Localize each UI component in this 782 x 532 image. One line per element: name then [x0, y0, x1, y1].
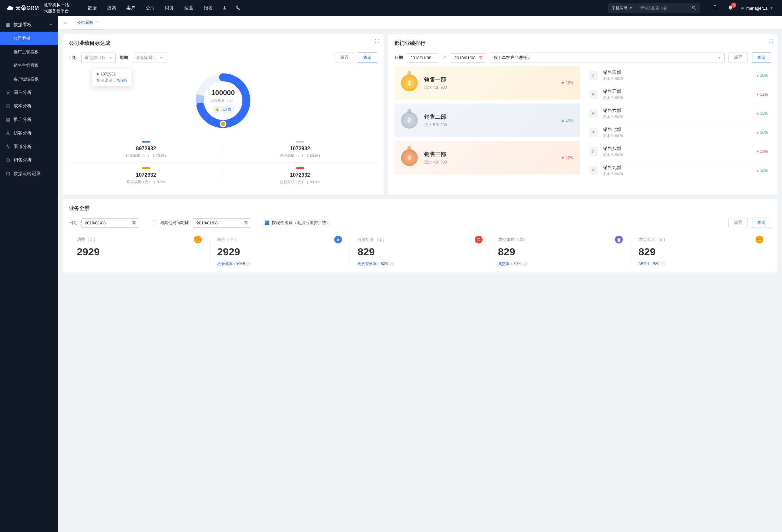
rank-number: 8 [589, 147, 598, 156]
svg-rect-7 [8, 25, 10, 27]
nav-数据[interactable]: 数据 [83, 3, 101, 13]
chart-tooltip: 1072932 所占比例：70.9% [92, 69, 132, 86]
phone-nav-icon[interactable] [232, 3, 244, 13]
rank-row[interactable]: 7销售七部流水 ¥19020▲ 10% [586, 123, 771, 142]
rank-row[interactable]: 9销售九部流水 ¥19020▲ 10% [586, 161, 771, 180]
rank-row[interactable]: 8销售八部流水 ¥19020▼ 12% [586, 142, 771, 161]
svg-point-0 [224, 6, 226, 8]
stat-cell: 1072932应完成量（元） | 8.9% [69, 163, 223, 189]
bell-icon[interactable]: 5 [723, 3, 738, 13]
stat-by-select[interactable]: 按工单客户经理统计▼ [490, 52, 724, 63]
sidebar-item-1[interactable]: 推广主管看板 [0, 45, 58, 59]
search-type-select[interactable]: 手机号码▼ [608, 3, 636, 13]
rank-number: 7 [589, 128, 598, 137]
tab-company-dashboard[interactable]: 公司看板✕ [72, 16, 104, 29]
trend-indicator: ▲ 10% [756, 111, 768, 116]
sidebar-link-5[interactable]: 销售分析 [0, 153, 58, 167]
reset-button[interactable]: 重置 [728, 218, 748, 228]
date-to-input[interactable]: 2018/01/08📅 [451, 53, 486, 63]
menu-icon [6, 144, 10, 149]
nav-报名[interactable]: 报名 [199, 3, 217, 13]
card-department-ranking: 部门业绩排行 ⛶ 日期 2018/01/08 至 2018/01/08📅 按工单… [388, 34, 778, 195]
nav-客户[interactable]: 客户 [122, 3, 140, 13]
sidebar-link-3[interactable]: 访客分析 [0, 127, 58, 140]
rank-number: 4 [589, 71, 598, 80]
info-icon[interactable]: ? [661, 262, 665, 266]
sidebar-item-2[interactable]: 销售主管看板 [0, 59, 58, 72]
collapse-sidebar-button[interactable] [61, 19, 70, 27]
rank-row[interactable]: 4销售四部流水 ¥19020▲ 10% [586, 66, 771, 85]
trend-indicator: ▼ 12% [756, 92, 768, 97]
stat-cell: 8972932已完成量（元） | 70.9% [69, 136, 223, 163]
sidebar-link-0[interactable]: 漏斗分析 [0, 86, 58, 99]
chevron-up-icon: ⌃ [50, 23, 52, 27]
sidebar-items: 公司看板推广主管看板销售主管看板客户经理看板 [0, 32, 58, 86]
info-icon[interactable]: ? [523, 262, 527, 266]
query-button[interactable]: 查询 [752, 218, 771, 228]
medal-icon: 1 [401, 74, 418, 91]
card-goal-achievement: 公司业绩目标达成 ⛶ 目标 请选择目标▼ 周期 请选择周期▼ 重置 查询 [63, 34, 384, 195]
search-button[interactable] [688, 3, 700, 13]
sidebar-link-1[interactable]: 成本分析 [0, 99, 58, 113]
stat-cell: 1072932超额完成（元） | 89.9% [223, 163, 377, 189]
sidebar-item-0[interactable]: 公司看板 [0, 32, 58, 45]
nav-运营[interactable]: 运营 [180, 3, 198, 13]
nav-财务[interactable]: 财务 [161, 3, 179, 13]
main-nav: 数据线索客户公海财务运营报名 [83, 3, 217, 13]
top-header: 云朵CRM 教育机构一站式服务云平台 数据线索客户公海财务运营报名 手机号码▼ … [0, 0, 782, 16]
sidebar-item-3[interactable]: 客户经理看板 [0, 72, 58, 86]
search-container: 手机号码▼ [608, 3, 700, 13]
rank-row[interactable]: 5销售五部流水 ¥19020▼ 12% [586, 85, 771, 104]
logo[interactable]: 云朵CRM 教育机构一站式服务云平台 [6, 2, 69, 14]
metric-icon: 📋 [615, 236, 623, 243]
info-icon[interactable]: ? [390, 262, 394, 266]
user-menu[interactable]: manager11▼ [739, 6, 776, 11]
period-select[interactable]: 请选择周期▼ [132, 52, 166, 63]
rank-number: 6 [589, 109, 598, 118]
cash-stat-checkbox[interactable] [264, 220, 269, 225]
nav-线索[interactable]: 线索 [103, 3, 120, 13]
nav-公海[interactable]: 公海 [141, 3, 159, 13]
rank-number: 9 [589, 166, 598, 175]
mobile-icon[interactable] [708, 3, 722, 13]
reset-button[interactable]: 重置 [334, 52, 354, 63]
sidebar-link-4[interactable]: 渠道分析 [0, 140, 58, 153]
rank-card-top[interactable]: 3销售三部流水 ¥10,900▼ 12% [395, 141, 580, 174]
card-title: 部门业绩排行 [395, 40, 771, 47]
sidebar-group-dashboard[interactable]: 数据看板 ⌃ [0, 18, 58, 32]
expand-icon[interactable]: ⛶ [375, 39, 379, 43]
compare-checkbox[interactable] [153, 220, 157, 225]
cloud-icon [6, 4, 13, 11]
search-input[interactable] [636, 4, 688, 12]
date-label: 日期 [395, 55, 403, 61]
trend-indicator: ▼ 12% [756, 149, 768, 154]
rank-card-top[interactable]: 2销售二部流水 ¥10,900▲ 10% [395, 104, 580, 137]
sidebar-link-6[interactable]: 数据流转记录 [0, 167, 58, 181]
dashboard-icon [6, 23, 10, 27]
svg-point-11 [220, 121, 226, 127]
date-from-input[interactable]: 2018/01/08 [407, 53, 439, 63]
target-select[interactable]: 请选择目标▼ [81, 52, 116, 63]
rank-number: 5 [589, 90, 598, 99]
date-input[interactable]: 2018/01/08📅 [81, 218, 139, 227]
user-nav-icon[interactable] [218, 3, 231, 13]
svg-rect-6 [6, 25, 8, 27]
sidebar-link-2[interactable]: 推广分析 [0, 113, 58, 127]
query-button[interactable]: 查询 [752, 52, 771, 63]
stat-cell: 1072932未完成量（元） | 20.9% [223, 136, 377, 163]
target-label: 目标 [69, 55, 77, 61]
expand-icon[interactable]: ⛶ [769, 39, 773, 43]
menu-icon [6, 90, 10, 95]
notification-badge: 5 [731, 3, 736, 8]
trend-indicator: ▲ 10% [561, 118, 573, 122]
info-icon[interactable]: ? [246, 262, 250, 266]
compare-date-input[interactable]: 2018/01/08📅 [193, 218, 251, 227]
rank-row[interactable]: 6销售六部流水 ¥19020▲ 10% [586, 104, 771, 123]
rank-card-top[interactable]: 1销售一部流水 ¥10,900▼ 12% [395, 66, 580, 100]
close-icon[interactable]: ✕ [96, 20, 99, 25]
reset-button[interactable]: 重置 [728, 52, 748, 63]
trend-indicator: ▲ 10% [756, 168, 768, 173]
svg-rect-4 [6, 23, 8, 25]
card-title: 公司业绩目标达成 [69, 40, 377, 47]
query-button[interactable]: 查询 [358, 52, 377, 63]
